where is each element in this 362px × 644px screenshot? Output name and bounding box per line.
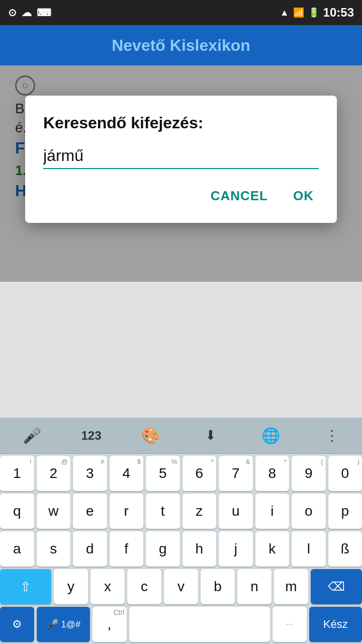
globe-toolbar-button[interactable]: 🌐 bbox=[256, 427, 285, 444]
sym-key[interactable]: 🎤 1@# bbox=[37, 607, 90, 642]
status-bar: ⊙ ☁ ⌨ ▲ 📶 🔋 10:53 bbox=[0, 0, 362, 25]
qwerty-row2: a s d f g h j k l ß bbox=[0, 531, 362, 567]
key-7[interactable]: &7 bbox=[219, 456, 253, 491]
space-key[interactable] bbox=[129, 607, 270, 642]
key-e[interactable]: e bbox=[73, 494, 107, 529]
dialog-input-wrap[interactable] bbox=[43, 146, 319, 169]
wifi-icon: ▲ bbox=[280, 8, 289, 18]
key-v[interactable]: v bbox=[164, 569, 198, 604]
key-d[interactable]: d bbox=[73, 531, 107, 567]
key-p[interactable]: p bbox=[328, 494, 363, 529]
backspace-key[interactable]: ⌫ bbox=[311, 569, 362, 604]
dots-key[interactable]: ··· bbox=[273, 607, 307, 642]
key-b[interactable]: b bbox=[201, 569, 235, 604]
keyboard-rows: !1 @2 #3 $4 %5 ^6 &7 *8 (9 )0 q w e r t … bbox=[0, 454, 362, 642]
more-toolbar-button[interactable]: ⋮ bbox=[320, 427, 344, 444]
key-2[interactable]: @2 bbox=[37, 456, 71, 491]
num-toolbar-button[interactable]: 123 bbox=[81, 429, 101, 443]
search-dialog: Keresendő kifejezés: CANCEL OK bbox=[25, 96, 337, 223]
key-l[interactable]: l bbox=[292, 531, 326, 567]
mic-toolbar-button[interactable]: 🎤 bbox=[18, 427, 46, 444]
key-t[interactable]: t bbox=[146, 494, 180, 529]
keyboard-area: 🎤 123 🎨 ⬇ 🌐 ⋮ !1 @2 #3 $4 %5 ^6 &7 *8 (9… bbox=[0, 418, 362, 644]
key-z[interactable]: z bbox=[183, 494, 217, 529]
done-key[interactable]: Kész bbox=[309, 607, 363, 642]
key-i[interactable]: i bbox=[255, 494, 290, 529]
key-5[interactable]: %5 bbox=[146, 456, 180, 491]
battery-icon: 🔋 bbox=[308, 7, 319, 18]
key-f[interactable]: f bbox=[110, 531, 144, 567]
key-g[interactable]: g bbox=[146, 531, 180, 567]
keyboard-toolbar: 🎤 123 🎨 ⬇ 🌐 ⋮ bbox=[0, 418, 362, 454]
key-h[interactable]: h bbox=[183, 531, 217, 567]
mic-icon: 🎤 bbox=[46, 618, 59, 630]
key-w[interactable]: w bbox=[37, 494, 71, 529]
search-input[interactable] bbox=[43, 146, 319, 169]
key-6[interactable]: ^6 bbox=[183, 456, 217, 491]
ok-button[interactable]: OK bbox=[288, 184, 319, 208]
key-k[interactable]: k bbox=[255, 531, 290, 567]
cloud-icon: ☁ bbox=[22, 7, 32, 19]
status-bar-left: ⊙ ☁ ⌨ bbox=[8, 7, 51, 19]
key-8[interactable]: *8 bbox=[255, 456, 290, 491]
comma-key[interactable]: Ctrl, bbox=[93, 607, 127, 642]
key-o[interactable]: o bbox=[292, 494, 326, 529]
bottom-row: ⚙ 🎤 1@# Ctrl, ··· Kész bbox=[0, 607, 362, 642]
key-q[interactable]: q bbox=[0, 494, 34, 529]
key-n[interactable]: n bbox=[237, 569, 272, 604]
shift-key[interactable]: ⇧ bbox=[0, 569, 51, 604]
settings-key[interactable]: ⚙ bbox=[0, 607, 34, 642]
paint-toolbar-button[interactable]: 🎨 bbox=[136, 427, 165, 444]
camera-icon: ⊙ bbox=[8, 7, 17, 19]
keyboard-down-button[interactable]: ⬇ bbox=[200, 428, 221, 443]
dialog-buttons: CANCEL OK bbox=[43, 184, 319, 208]
qwerty-row3: ⇧ y x c v b n m ⌫ bbox=[0, 569, 362, 604]
app-bar: Nevető Kislexikon bbox=[0, 25, 362, 65]
key-1[interactable]: !1 bbox=[0, 456, 34, 491]
status-bar-right: ▲ 📶 🔋 10:53 bbox=[280, 6, 354, 20]
keyboard-icon: ⌨ bbox=[37, 7, 51, 19]
key-r[interactable]: r bbox=[110, 494, 144, 529]
key-3[interactable]: #3 bbox=[73, 456, 107, 491]
number-row: !1 @2 #3 $4 %5 ^6 &7 *8 (9 )0 bbox=[0, 456, 362, 491]
qwerty-row1: q w e r t z u i o p bbox=[0, 494, 362, 529]
key-y[interactable]: y bbox=[54, 569, 88, 604]
key-s[interactable]: s bbox=[37, 531, 71, 567]
key-x[interactable]: x bbox=[90, 569, 125, 604]
key-u[interactable]: u bbox=[219, 494, 253, 529]
key-4[interactable]: $4 bbox=[110, 456, 144, 491]
app-title: Nevető Kislexikon bbox=[112, 36, 250, 55]
key-sz[interactable]: ß bbox=[328, 531, 363, 567]
key-j[interactable]: j bbox=[219, 531, 253, 567]
key-m[interactable]: m bbox=[274, 569, 308, 604]
key-a[interactable]: a bbox=[0, 531, 34, 567]
cancel-button[interactable]: CANCEL bbox=[206, 184, 273, 208]
key-9[interactable]: (9 bbox=[292, 456, 326, 491]
key-0[interactable]: )0 bbox=[328, 456, 363, 491]
time-display: 10:53 bbox=[323, 6, 354, 20]
key-c[interactable]: c bbox=[127, 569, 161, 604]
signal-icon: 📶 bbox=[293, 7, 304, 18]
dialog-title: Keresendő kifejezés: bbox=[43, 114, 319, 132]
